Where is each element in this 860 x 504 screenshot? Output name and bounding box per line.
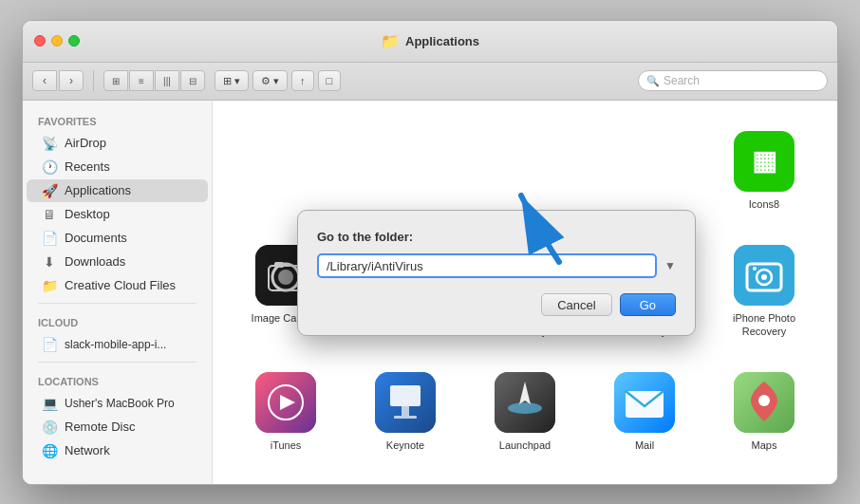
sidebar-item-label: Documents	[65, 231, 127, 245]
downloads-icon: ⬇	[42, 254, 57, 270]
share-icon: ↑	[300, 75, 306, 86]
desktop-icon: 🖥	[42, 207, 57, 222]
search-icon: 🔍	[646, 75, 660, 87]
search-placeholder: Search	[664, 74, 700, 87]
sidebar-item-creative-cloud[interactable]: 📁 Creative Cloud Files	[27, 274, 208, 297]
sidebar-item-network[interactable]: 🌐 Network	[27, 439, 208, 462]
sidebar-item-applications[interactable]: 🚀 Applications	[27, 179, 208, 202]
sidebar-item-label: Desktop	[65, 207, 110, 221]
traffic-lights	[34, 35, 80, 47]
sidebar-item-label: Usher's MacBook Pro	[65, 397, 175, 410]
sidebar-item-label: Recents	[65, 159, 110, 174]
toolbar-divider-1	[93, 70, 94, 91]
sidebar-item-label: Downloads	[65, 254, 125, 269]
disc-icon: 💿	[42, 420, 57, 435]
documents-icon: 📄	[42, 231, 57, 246]
toolbar: ‹ › ⊞ ≡ ||| ⊟ ⊞▾ ⚙▾ ↑ □ 🔍 Search	[23, 63, 837, 101]
share-button[interactable]: ↑	[291, 70, 314, 91]
airdrop-icon: 📡	[42, 136, 57, 151]
sidebar-separator-2	[38, 362, 196, 363]
arrange-button[interactable]: □	[318, 70, 342, 91]
action-arrow: ▾	[273, 75, 279, 87]
view-options-icon: ⊞	[223, 75, 232, 87]
close-button[interactable]	[34, 35, 46, 47]
sidebar-separator-1	[38, 303, 196, 304]
folder-icon: 📁	[381, 32, 400, 50]
sidebar-item-downloads[interactable]: ⬇ Downloads	[27, 251, 208, 273]
dialog-title: Go to the folder:	[317, 230, 676, 244]
sidebar-item-label: slack-mobile-app-i...	[65, 338, 166, 351]
locations-label: Locations	[23, 368, 212, 391]
sidebar-item-label: Remote Disc	[65, 420, 135, 434]
icloud-label: iCloud	[23, 309, 212, 332]
cancel-button[interactable]: Cancel	[541, 293, 611, 316]
dialog-input-row: ▼	[317, 253, 676, 278]
sidebar-item-remote-disc[interactable]: 💿 Remote Disc	[27, 416, 208, 439]
content-area: Favorites 📡 AirDrop 🕐 Recents 🚀 Applicat…	[23, 101, 837, 484]
view-icon-button[interactable]: ⊞	[103, 70, 128, 91]
main-content: ▦ Icons8 Image Capture	[213, 101, 837, 484]
view-flow-button[interactable]: ⊟	[180, 70, 205, 91]
sidebar-item-label: Network	[65, 443, 110, 457]
favorites-label: Favorites	[23, 108, 212, 131]
view-options-button[interactable]: ⊞▾	[215, 70, 249, 91]
sidebar-item-documents[interactable]: 📄 Documents	[27, 227, 208, 250]
action-button[interactable]: ⚙▾	[252, 70, 288, 91]
sidebar-item-label: Creative Cloud Files	[65, 278, 176, 292]
view-buttons: ⊞ ≡ ||| ⊟	[103, 70, 205, 91]
view-columns-button[interactable]: |||	[155, 70, 179, 91]
goto-dialog: Go to the folder: ▼ Cancel Go	[297, 210, 696, 336]
back-button[interactable]: ‹	[32, 70, 57, 91]
window-title: 📁 Applications	[381, 32, 479, 50]
forward-button[interactable]: ›	[59, 70, 84, 91]
creative-cloud-icon: 📁	[42, 278, 57, 293]
maximize-button[interactable]	[68, 35, 80, 47]
applications-icon: 🚀	[42, 183, 57, 198]
finder-window: 📁 Applications ‹ › ⊞ ≡ ||| ⊟ ⊞▾ ⚙▾ ↑ □ 🔍…	[22, 20, 838, 485]
sidebar-item-recents[interactable]: 🕐 Recents	[27, 156, 208, 178]
gear-icon: ⚙	[261, 75, 271, 87]
view-list-button[interactable]: ≡	[129, 70, 154, 91]
minimize-button[interactable]	[51, 35, 63, 47]
nav-buttons: ‹ ›	[32, 70, 84, 91]
macbook-icon: 💻	[42, 396, 57, 411]
slack-icon: 📄	[42, 337, 57, 352]
sidebar-item-desktop[interactable]: 🖥 Desktop	[27, 203, 208, 226]
sidebar-item-slack[interactable]: 📄 slack-mobile-app-i...	[27, 333, 208, 356]
dropdown-arrow-icon: ▼	[664, 259, 676, 272]
dialog-buttons: Cancel Go	[317, 293, 676, 316]
sidebar: Favorites 📡 AirDrop 🕐 Recents 🚀 Applicat…	[23, 101, 213, 484]
go-button[interactable]: Go	[620, 293, 676, 316]
sidebar-item-macbook[interactable]: 💻 Usher's MacBook Pro	[27, 392, 208, 415]
sidebar-item-airdrop[interactable]: 📡 AirDrop	[27, 132, 208, 155]
sidebar-item-label: Applications	[65, 183, 131, 197]
title-text: Applications	[405, 34, 479, 48]
search-box[interactable]: 🔍 Search	[638, 70, 828, 91]
toolbar-actions: ⊞▾ ⚙▾ ↑ □	[215, 70, 341, 91]
view-options-arrow: ▾	[234, 75, 240, 87]
sidebar-item-label: AirDrop	[65, 136, 106, 150]
folder-path-input[interactable]	[317, 253, 657, 278]
dialog-overlay: Go to the folder: ▼ Cancel Go	[213, 101, 837, 484]
recents-icon: 🕐	[42, 159, 57, 175]
network-icon: 🌐	[42, 443, 57, 458]
arrange-icon: □	[327, 75, 333, 86]
titlebar: 📁 Applications	[23, 21, 837, 63]
